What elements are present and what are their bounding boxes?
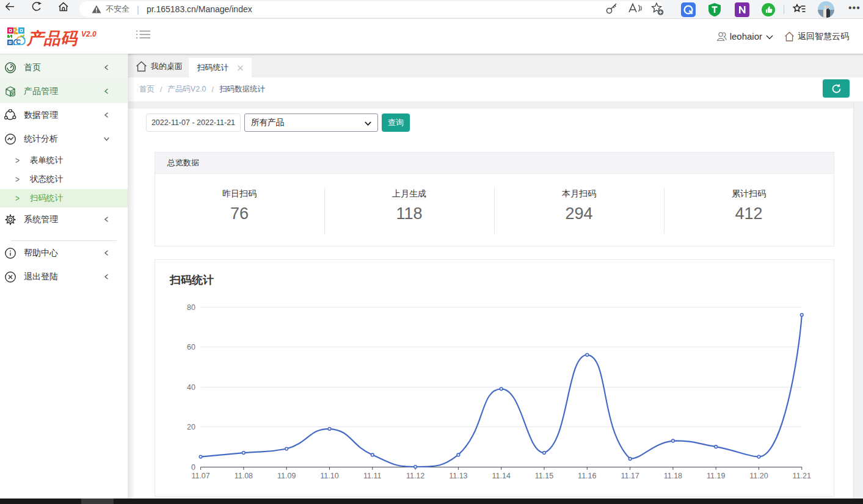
svg-text:0: 0 bbox=[191, 463, 195, 472]
svg-text:80: 80 bbox=[187, 303, 195, 312]
svg-text:11.13: 11.13 bbox=[449, 472, 467, 480]
svg-text:11.20: 11.20 bbox=[749, 472, 768, 480]
svg-text:40: 40 bbox=[187, 383, 195, 392]
svg-text:11.14: 11.14 bbox=[492, 472, 511, 480]
svg-text:11.16: 11.16 bbox=[578, 472, 596, 480]
svg-text:11.15: 11.15 bbox=[535, 472, 553, 480]
svg-text:60: 60 bbox=[187, 343, 195, 351]
svg-text:20: 20 bbox=[187, 423, 195, 431]
svg-text:11.12: 11.12 bbox=[406, 472, 424, 480]
svg-text:11.08: 11.08 bbox=[235, 472, 253, 480]
svg-text:11.11: 11.11 bbox=[363, 472, 381, 480]
svg-text:11.07: 11.07 bbox=[191, 472, 209, 480]
svg-text:11.19: 11.19 bbox=[707, 472, 725, 480]
svg-text:11.17: 11.17 bbox=[621, 472, 639, 480]
svg-text:11.10: 11.10 bbox=[320, 472, 338, 480]
svg-text:11.18: 11.18 bbox=[664, 472, 682, 480]
svg-text:11.21: 11.21 bbox=[793, 472, 811, 480]
svg-text:11.09: 11.09 bbox=[277, 472, 296, 480]
